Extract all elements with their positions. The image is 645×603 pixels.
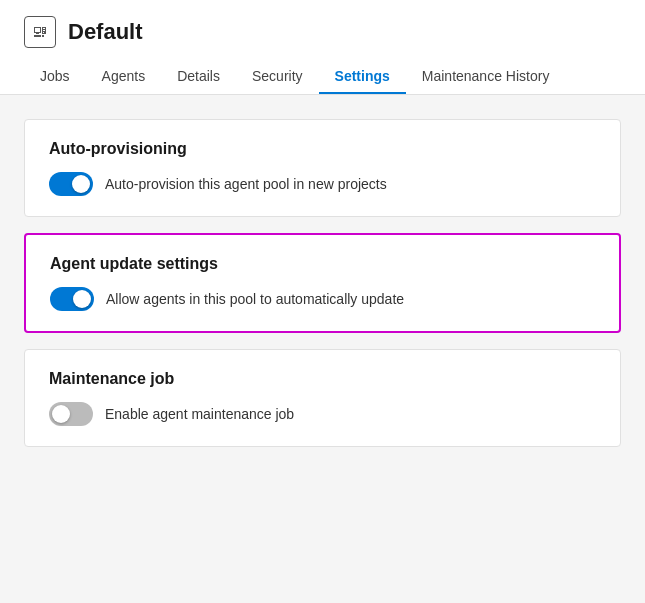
tab-jobs[interactable]: Jobs [24, 60, 86, 94]
page-header: 🖳 Default Jobs Agents Details Security S… [0, 0, 645, 95]
maintenance-job-toggle-row: Enable agent maintenance job [49, 402, 596, 426]
page-title: Default [68, 19, 143, 45]
maintenance-job-title: Maintenance job [49, 370, 596, 388]
tab-security[interactable]: Security [236, 60, 319, 94]
pool-icon: 🖳 [24, 16, 56, 48]
title-row: 🖳 Default [24, 16, 621, 60]
agent-update-toggle[interactable] [50, 287, 94, 311]
maintenance-job-toggle[interactable] [49, 402, 93, 426]
agent-update-title: Agent update settings [50, 255, 595, 273]
tab-details[interactable]: Details [161, 60, 236, 94]
auto-provisioning-toggle-row: Auto-provision this agent pool in new pr… [49, 172, 596, 196]
tab-agents[interactable]: Agents [86, 60, 162, 94]
agent-update-toggle-row: Allow agents in this pool to automatical… [50, 287, 595, 311]
toggle-slider [49, 172, 93, 196]
auto-provisioning-toggle[interactable] [49, 172, 93, 196]
tab-maintenance-history[interactable]: Maintenance History [406, 60, 566, 94]
auto-provisioning-card: Auto-provisioning Auto-provision this ag… [24, 119, 621, 217]
agent-update-label: Allow agents in this pool to automatical… [106, 291, 404, 307]
maintenance-job-card: Maintenance job Enable agent maintenance… [24, 349, 621, 447]
toggle-slider-3 [49, 402, 93, 426]
toggle-slider-2 [50, 287, 94, 311]
agent-update-card: Agent update settings Allow agents in th… [24, 233, 621, 333]
maintenance-job-label: Enable agent maintenance job [105, 406, 294, 422]
auto-provisioning-label: Auto-provision this agent pool in new pr… [105, 176, 387, 192]
nav-tabs: Jobs Agents Details Security Settings Ma… [24, 60, 621, 94]
auto-provisioning-title: Auto-provisioning [49, 140, 596, 158]
main-content: Auto-provisioning Auto-provision this ag… [0, 95, 645, 471]
tab-settings[interactable]: Settings [319, 60, 406, 94]
